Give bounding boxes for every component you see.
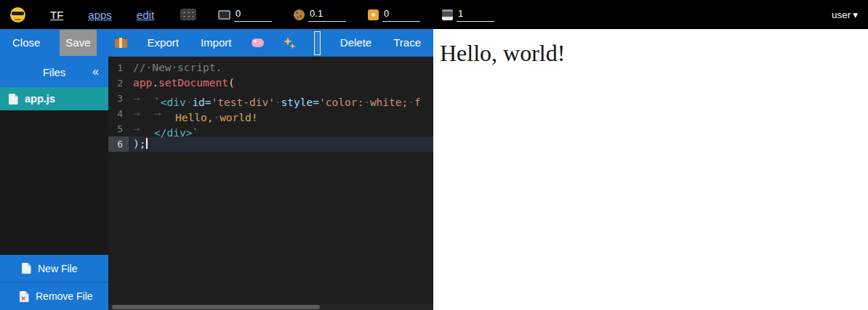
cool-face-icon[interactable] xyxy=(10,7,25,23)
code-line[interactable]: //·New·script. xyxy=(129,60,433,76)
editor-gutter: 123456 xyxy=(108,57,129,310)
horizontal-scrollbar[interactable] xyxy=(108,304,433,310)
sparkles-button[interactable] xyxy=(282,35,297,51)
code-line[interactable]: ⟶⟶Hello,·world! xyxy=(129,106,433,121)
line-number: 5 xyxy=(108,121,129,136)
floppy-stat-field[interactable]: 1 xyxy=(457,8,494,22)
package-button[interactable] xyxy=(114,36,128,49)
sunglasses-detail xyxy=(12,12,24,15)
trace-button[interactable]: Trace xyxy=(391,35,423,51)
blank-button[interactable] xyxy=(314,31,320,55)
file-item-appjs[interactable]: app.js xyxy=(0,87,108,110)
line-number: 3 xyxy=(108,91,129,106)
new-file-label: New File xyxy=(38,263,77,274)
chevron-down-icon: ▾ xyxy=(853,9,858,20)
files-header: Files « xyxy=(0,57,108,87)
text-cursor xyxy=(146,138,148,149)
apps-link[interactable]: apps xyxy=(88,9,112,21)
import-button[interactable]: Import xyxy=(198,35,234,51)
tf-home-link[interactable]: TF xyxy=(50,9,63,21)
top-bar: TF apps edit 0 0.1 0 1 user ▾ xyxy=(0,0,868,29)
workspace: Files « app.js New File Remove File xyxy=(0,57,433,310)
code-line[interactable]: ); xyxy=(129,136,433,152)
file-name: app.js xyxy=(25,93,55,105)
line-number: 2 xyxy=(108,76,129,91)
cookie-stat: 0.1 xyxy=(294,8,346,22)
preview-pane: Hello, world! xyxy=(433,29,868,310)
user-label: user xyxy=(832,9,851,20)
files-sidebar: Files « app.js New File Remove File xyxy=(0,57,108,310)
user-menu[interactable]: user ▾ xyxy=(832,9,858,20)
files-header-label: Files xyxy=(43,66,66,78)
save-button[interactable]: Save xyxy=(60,30,96,56)
cookie-icon xyxy=(294,9,305,20)
remove-file-label: Remove File xyxy=(36,290,93,302)
export-button[interactable]: Export xyxy=(145,35,181,51)
cookie-stat-field[interactable]: 0.1 xyxy=(308,8,346,22)
apps-grid-icon[interactable] xyxy=(180,9,196,20)
line-number: 1 xyxy=(108,60,129,76)
line-number: 4 xyxy=(108,106,129,121)
editor-panel: Close Save Export Import Delete Trace Fi… xyxy=(0,29,433,310)
new-file-icon xyxy=(22,263,31,274)
coin-icon xyxy=(368,9,379,20)
soap-icon xyxy=(252,38,264,47)
sparkles-icon xyxy=(283,36,296,49)
monitor-stat: 0 xyxy=(218,8,272,22)
code-line[interactable]: ⟶</div>` xyxy=(129,121,433,136)
close-button[interactable]: Close xyxy=(10,35,42,51)
delete-button[interactable]: Delete xyxy=(338,35,374,51)
code-line[interactable]: app.setDocument( xyxy=(129,76,433,91)
line-number: 6 xyxy=(108,136,129,152)
remove-file-button[interactable]: Remove File xyxy=(0,282,108,310)
monitor-icon xyxy=(218,10,230,20)
code-line[interactable]: ⟶`<div·id='test-div'·style='color:·white… xyxy=(129,91,433,106)
preview-hello-text: Hello, world! xyxy=(440,40,868,67)
main-area: Close Save Export Import Delete Trace Fi… xyxy=(0,29,868,310)
coin-stat: 0 xyxy=(368,8,420,22)
coin-stat-field[interactable]: 0 xyxy=(382,8,420,22)
collapse-sidebar-button[interactable]: « xyxy=(92,65,99,78)
edit-link[interactable]: edit xyxy=(137,9,154,21)
monitor-stat-field[interactable]: 0 xyxy=(234,8,272,22)
soap-button[interactable] xyxy=(251,37,265,49)
new-file-button[interactable]: New File xyxy=(0,255,108,282)
editor-toolbar: Close Save Export Import Delete Trace xyxy=(0,29,433,57)
package-icon xyxy=(115,38,127,48)
document-icon xyxy=(9,94,18,105)
floppy-icon xyxy=(442,9,453,20)
floppy-stat: 1 xyxy=(442,8,494,22)
smile-detail xyxy=(15,19,21,20)
editor-code-pane[interactable]: //·New·script.app.setDocument(⟶`<div·id=… xyxy=(129,57,433,310)
remove-file-icon xyxy=(20,291,29,302)
code-editor[interactable]: 123456 //·New·script.app.setDocument(⟶`<… xyxy=(108,57,433,310)
scrollbar-thumb[interactable] xyxy=(112,305,320,309)
file-list-empty-area xyxy=(0,110,108,255)
